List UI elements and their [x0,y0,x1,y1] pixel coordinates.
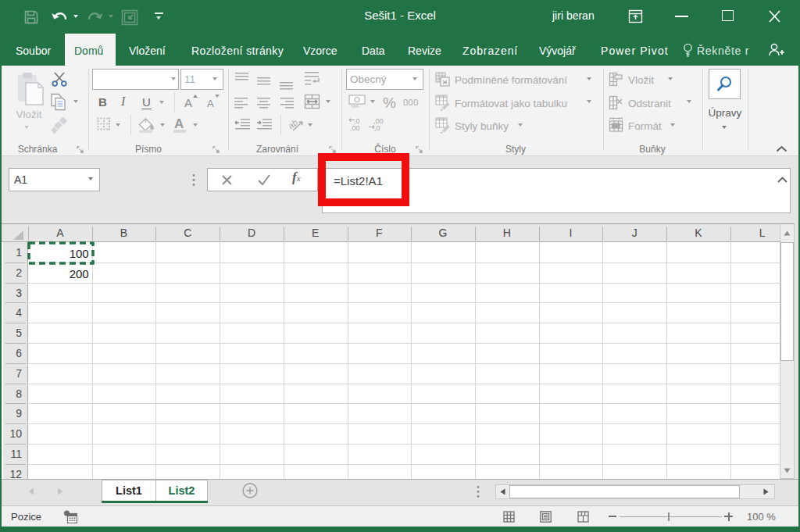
svg-text:,00: ,00 [350,124,360,132]
svg-text:ab: ab [288,118,299,130]
svg-text:,0: ,0 [374,124,380,132]
